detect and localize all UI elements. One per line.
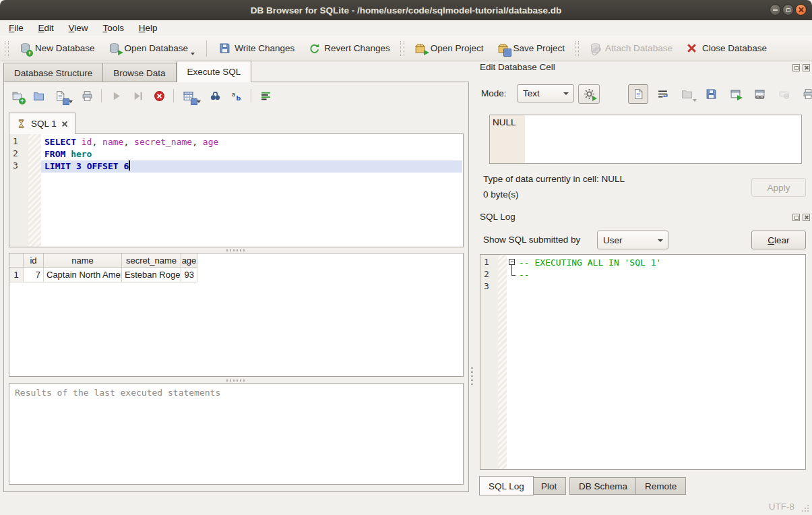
tab-database-structure[interactable]: Database Structure	[3, 63, 103, 82]
row-number: 1	[9, 268, 24, 282]
cell-value-editor[interactable]: NULL	[489, 115, 802, 164]
results-grid[interactable]: id name secret_name age 1 7 Captain Nort…	[9, 253, 464, 377]
gear-icon	[584, 88, 595, 100]
new-database-icon	[19, 42, 31, 55]
execute-current-line-button[interactable]	[130, 88, 145, 103]
open-project-button[interactable]: Open Project	[408, 38, 491, 59]
word-wrap-button[interactable]	[652, 84, 673, 104]
close-button[interactable]	[795, 4, 807, 16]
sql-editor[interactable]: 1 2 3 SELECT id, name, secret_name, age …	[9, 133, 464, 247]
float-dock-icon[interactable]	[792, 214, 800, 221]
close-database-button[interactable]: Close Database	[679, 38, 774, 59]
table-row[interactable]: 1 7 Captain North America Esteban Rogeli…	[9, 268, 463, 282]
line-number: 1	[13, 136, 18, 146]
close-dock-icon[interactable]	[803, 64, 810, 71]
save-project-icon	[497, 42, 509, 55]
toolbar-drag-handle[interactable]	[5, 41, 9, 56]
open-external-button[interactable]	[725, 84, 745, 104]
line-number: 2	[13, 148, 18, 158]
dock-buttons	[792, 214, 810, 221]
resize-grip-icon[interactable]	[807, 510, 809, 512]
open-database-icon	[108, 42, 121, 55]
print-sql-button[interactable]	[80, 88, 94, 103]
titlebar[interactable]: DB Browser for SQLite - /home/user/code/…	[0, 0, 812, 20]
dock-tab-db-schema[interactable]: DB Schema	[569, 477, 637, 495]
new-sql-tab-button[interactable]	[9, 88, 24, 103]
window-controls	[770, 4, 807, 16]
tab-execute-sql[interactable]: Execute SQL	[177, 61, 252, 82]
sql-log-view[interactable]: 1 2 3 -- EXECUTING ALL IN 'SQL 1' --	[480, 254, 806, 470]
tab-browse-data[interactable]: Browse Data	[103, 63, 176, 82]
toolbar-drag-handle[interactable]	[575, 41, 579, 56]
dock-tab-plot[interactable]: Plot	[532, 477, 566, 495]
minimize-icon	[773, 9, 778, 11]
maximize-button[interactable]	[782, 4, 794, 16]
dock-tab-sql-log[interactable]: SQL Log	[479, 476, 534, 495]
cell-name[interactable]: Captain North America	[44, 268, 122, 282]
open-database-dropdown-icon[interactable]	[191, 53, 195, 55]
minimize-button[interactable]	[770, 4, 781, 16]
save-project-button[interactable]: Save Project	[491, 38, 572, 59]
execute-all-button[interactable]	[108, 88, 123, 103]
save-sql-file-button[interactable]	[53, 88, 67, 103]
find-button[interactable]	[208, 88, 222, 103]
cell-editor-toolbar	[628, 84, 812, 104]
stop-execution-button[interactable]	[152, 88, 166, 103]
apply-button: Apply	[751, 178, 806, 197]
open-database-button[interactable]: Open Database	[102, 38, 202, 59]
set-null-button	[774, 84, 794, 104]
cell-value: NULL	[493, 117, 516, 127]
cell-age[interactable]: 93	[181, 268, 197, 282]
new-database-button[interactable]: New Database	[12, 38, 102, 59]
export-data-button[interactable]	[701, 84, 721, 104]
write-changes-button[interactable]: Write Changes	[212, 38, 301, 59]
splitter-handle[interactable]	[226, 249, 247, 251]
cell-id[interactable]: 7	[24, 268, 44, 282]
vertical-splitter-handle[interactable]	[471, 367, 473, 385]
encoding-indicator: UTF-8	[769, 502, 794, 512]
dock-tab-remote[interactable]: Remote	[635, 477, 686, 495]
menu-view[interactable]: View	[63, 20, 94, 36]
results-header-row: id name secret_name age	[9, 253, 463, 268]
mode-settings-button[interactable]	[578, 84, 600, 104]
mode-select[interactable]: Text	[517, 84, 574, 102]
text-cursor	[129, 160, 130, 171]
results-message-pane: Results of the last executed statements	[9, 383, 464, 485]
column-header-age[interactable]: age	[181, 253, 197, 268]
toolbar-separator	[101, 89, 102, 102]
menu-file[interactable]: File	[3, 20, 30, 36]
main-tab-bar: Database Structure Browse Data Execute S…	[3, 61, 251, 82]
sql-tab-label: SQL 1	[31, 119, 57, 129]
toolbar-drag-handle[interactable]	[400, 41, 404, 56]
column-header-secret-name[interactable]: secret_name	[122, 253, 181, 268]
window-title: DB Browser for SQLite - /home/user/code/…	[251, 5, 561, 16]
splitter-handle[interactable]	[226, 380, 247, 382]
float-dock-icon[interactable]	[792, 64, 800, 71]
sql-editor-tab[interactable]: SQL 1	[9, 113, 75, 134]
menu-tools[interactable]: Tools	[96, 20, 130, 36]
open-sql-file-button[interactable]	[31, 88, 46, 103]
column-header-name[interactable]: name	[44, 253, 122, 268]
format-sql-button[interactable]	[258, 88, 273, 103]
cell-secret-name[interactable]: Esteban Rogelios	[122, 268, 181, 282]
revert-changes-button[interactable]: Revert Changes	[301, 38, 397, 59]
save-results-button[interactable]	[181, 88, 195, 103]
close-tab-icon[interactable]	[61, 121, 68, 127]
attach-database-button: Attach Database	[582, 38, 679, 59]
clear-log-button[interactable]: Clear	[751, 231, 806, 249]
print-cell-button[interactable]	[798, 84, 812, 104]
fold-connector	[511, 273, 516, 276]
copy-link-button[interactable]	[749, 84, 770, 104]
sql-editor-toolbar	[9, 87, 273, 104]
close-dock-icon[interactable]	[803, 214, 810, 221]
menu-edit[interactable]: Edit	[32, 20, 60, 36]
column-header-id[interactable]: id	[24, 253, 44, 268]
fold-collapse-icon[interactable]	[509, 259, 515, 265]
main-toolbar: New Database Open Database Write Changes…	[0, 36, 812, 61]
menu-help[interactable]: Help	[133, 20, 164, 36]
close-database-icon	[686, 42, 698, 55]
log-filter-select[interactable]: User	[597, 231, 668, 249]
text-mode-button[interactable]	[628, 84, 648, 104]
find-replace-button[interactable]	[229, 88, 244, 103]
open-project-icon	[414, 42, 427, 55]
